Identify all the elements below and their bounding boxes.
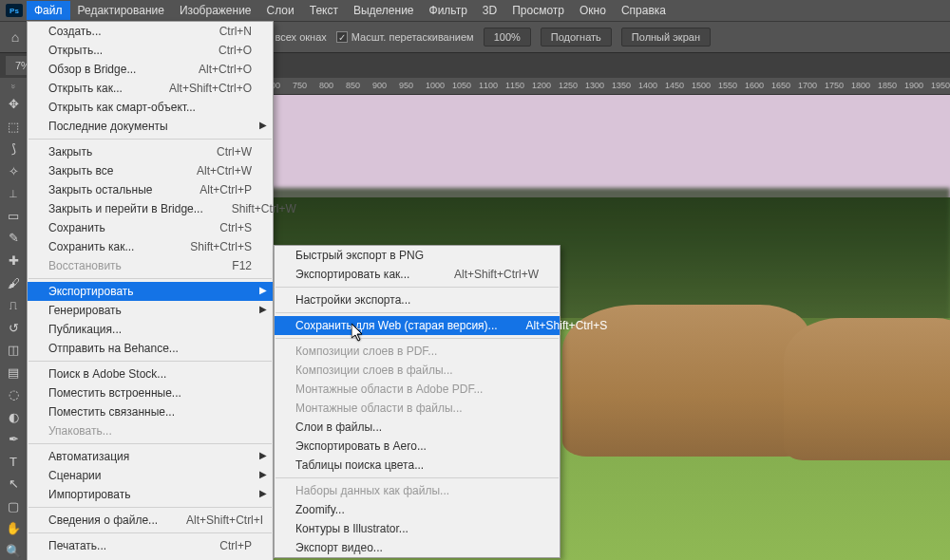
file-menu-item[interactable]: Закрыть остальныеAlt+Ctrl+P (28, 180, 273, 199)
ruler-tick: 1250 (559, 81, 578, 90)
ruler-tick: 850 (346, 81, 360, 90)
file-menu-item[interactable]: Обзор в Bridge...Alt+Ctrl+O (28, 60, 273, 79)
file-menu-item[interactable]: Закрыть всеAlt+Ctrl+W (28, 161, 273, 180)
file-menu-item[interactable]: Автоматизация▶ (28, 447, 273, 466)
export-menu-item[interactable]: Экспорт видео... (275, 538, 560, 557)
export-menu-item[interactable]: Экспортировать в Aero... (275, 437, 560, 456)
file-menu-item[interactable]: Создать...Ctrl+N (28, 22, 273, 41)
eyedropper-tool[interactable]: ✎ (3, 229, 24, 248)
menu-item-label: Закрыть (48, 145, 92, 159)
eraser-tool[interactable]: ◫ (3, 341, 24, 360)
file-menu-item[interactable]: Импортировать▶ (28, 485, 273, 504)
home-icon[interactable]: ⌂ (6, 28, 25, 47)
menu-фильтр[interactable]: Фильтр (422, 1, 475, 20)
menu-item-label: Экспортировать как... (295, 268, 409, 281)
file-menu-item[interactable]: Открыть...Ctrl+O (28, 41, 273, 60)
pen-tool[interactable]: ✒ (3, 430, 24, 449)
menu-item-label: Поиск в Adobe Stock... (48, 367, 166, 381)
ruler-tick: 950 (399, 81, 413, 90)
menu-item-label: Закрыть все (48, 164, 113, 177)
file-menu-item[interactable]: Открыть как...Alt+Shift+Ctrl+O (28, 79, 273, 98)
ruler-tick: 1650 (771, 81, 790, 90)
file-menu-item[interactable]: Отправить на Behance... (28, 339, 273, 358)
menu-item-label: Экспортировать (48, 285, 134, 298)
file-menu-item[interactable]: Сценарии▶ (28, 466, 273, 485)
scrubby-zoom-checkbox[interactable]: ✓Масшт. перетаскиванием (336, 31, 474, 43)
menu-item-shortcut: Ctrl+O (218, 44, 252, 57)
file-menu-item[interactable]: Экспортировать▶ (28, 282, 273, 301)
export-menu-item[interactable]: Слои в файлы... (275, 418, 560, 437)
zoom-tool[interactable]: 🔍 (3, 542, 24, 560)
file-menu-item[interactable]: Сведения о файле...Alt+Shift+Ctrl+I (28, 511, 273, 530)
file-menu-item[interactable]: Последние документы▶ (28, 117, 273, 136)
menu-файл[interactable]: Файл (27, 1, 70, 20)
gradient-tool[interactable]: ▤ (3, 363, 24, 382)
hand-tool[interactable]: ✋ (3, 519, 24, 538)
lasso-tool[interactable]: ⟆ (3, 140, 24, 159)
stamp-tool[interactable]: ⎍ (3, 296, 24, 315)
heal-tool[interactable]: ✚ (3, 252, 24, 271)
file-menu-item[interactable]: Генерировать▶ (28, 301, 273, 320)
ruler-tick: 1450 (665, 81, 684, 90)
brush-tool[interactable]: 🖌 (3, 273, 24, 292)
menu-окно[interactable]: Окно (572, 1, 614, 20)
export-menu-item[interactable]: Быстрый экспорт в PNG (275, 246, 560, 265)
menu-просмотр[interactable]: Просмотр (504, 1, 572, 20)
export-menu-item[interactable]: Настройки экспорта... (275, 290, 560, 309)
rect-tool[interactable]: ▢ (3, 497, 24, 516)
crop-tool[interactable]: ⟂ (3, 184, 24, 203)
submenu-arrow-icon: ▶ (259, 285, 267, 295)
file-menu-item[interactable]: ЗакрытьCtrl+W (28, 142, 273, 161)
file-menu-item[interactable]: Публикация... (28, 320, 273, 339)
menu-слои[interactable]: Слои (259, 1, 302, 20)
file-menu-item[interactable]: СохранитьCtrl+S (28, 218, 273, 237)
menu-item-label: Композиции слоев в PDF... (295, 345, 437, 358)
menu-редактирование[interactable]: Редактирование (70, 1, 172, 20)
ruler-tick: 1300 (585, 81, 604, 90)
blur-tool[interactable]: ◌ (3, 385, 24, 404)
export-menu-item: Композиции слоев в файлы... (275, 361, 560, 380)
menu-3d[interactable]: 3D (475, 1, 504, 20)
move-tool[interactable]: ✥ (3, 95, 24, 114)
menu-item-label: Закрыть остальные (48, 183, 152, 196)
menu-item-label: Обзор в Bridge... (48, 63, 136, 76)
file-menu-item[interactable]: Поместить связанные... (28, 402, 273, 421)
menu-item-shortcut: Shift+Ctrl+S (190, 240, 252, 253)
menu-item-label: Сохранить для Web (старая версия)... (295, 319, 498, 332)
path-tool[interactable]: ↖ (3, 475, 24, 494)
file-menu-item[interactable]: Открыть как смарт-объект... (28, 98, 273, 117)
fullscreen-button[interactable]: Полный экран (621, 28, 711, 47)
menu-выделение[interactable]: Выделение (346, 1, 422, 20)
history-tool[interactable]: ↺ (3, 318, 24, 337)
ruler-tick: 1750 (825, 81, 844, 90)
toolbar-grip-icon: » (9, 84, 18, 88)
wand-tool[interactable]: ✧ (3, 162, 24, 181)
menu-item-label: Сценарии (48, 469, 101, 482)
export-menu-item: Композиции слоев в PDF... (275, 342, 560, 361)
file-menu-item[interactable]: Поиск в Adobe Stock... (28, 364, 273, 383)
export-submenu-dropdown: Быстрый экспорт в PNGЭкспортировать как.… (274, 245, 560, 558)
export-menu-item[interactable]: Zoomify... (275, 500, 560, 519)
menu-item-shortcut: Alt+Ctrl+P (200, 183, 252, 196)
menu-изображение[interactable]: Изображение (172, 1, 259, 20)
menu-справка[interactable]: Справка (614, 1, 674, 20)
zoom-value-field[interactable]: 100% (484, 28, 531, 47)
export-menu-item[interactable]: Контуры в Illustrator... (275, 519, 560, 538)
menu-текст[interactable]: Текст (302, 1, 346, 20)
menu-item-shortcut: Ctrl+S (219, 221, 252, 234)
file-menu-item[interactable]: Печатать...Ctrl+P (28, 536, 273, 555)
fit-button[interactable]: Подогнать (541, 28, 612, 47)
frame-tool[interactable]: ▭ (3, 207, 24, 226)
file-menu-item[interactable]: Поместить встроенные... (28, 383, 273, 402)
file-menu-item[interactable]: Печать одного экземпляраAlt+Shift+Ctrl+P (28, 555, 273, 560)
file-menu-item[interactable]: Сохранить как...Shift+Ctrl+S (28, 237, 273, 256)
dodge-tool[interactable]: ◐ (3, 407, 24, 426)
export-menu-item[interactable]: Экспортировать как...Alt+Shift+Ctrl+W (275, 265, 560, 284)
menu-item-label: Таблицы поиска цвета... (295, 458, 424, 472)
menu-item-label: Наборы данных как файлы... (295, 484, 449, 497)
export-menu-item[interactable]: Таблицы поиска цвета... (275, 456, 560, 475)
marquee-tool[interactable]: ⬚ (3, 118, 24, 137)
export-menu-item[interactable]: Сохранить для Web (старая версия)...Alt+… (275, 316, 560, 335)
type-tool[interactable]: T (3, 453, 24, 472)
file-menu-item[interactable]: Закрыть и перейти в Bridge...Shift+Ctrl+… (28, 199, 273, 218)
